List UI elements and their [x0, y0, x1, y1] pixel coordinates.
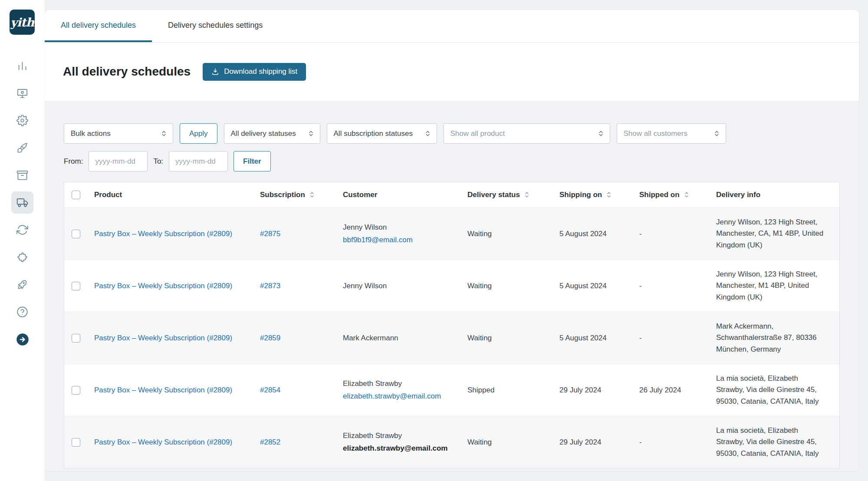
subscription-status-value: All subscription statuses	[334, 129, 413, 138]
shipped-on-date: -	[639, 333, 716, 343]
subscription-status-select[interactable]: All subscription statuses	[327, 123, 437, 144]
product-filter-select[interactable]: Show all product	[444, 123, 610, 144]
customer-filter-value: Show all customers	[624, 129, 687, 138]
customer-filter-select[interactable]: Show all customers	[617, 123, 726, 144]
to-date-input[interactable]	[169, 151, 228, 171]
chevron-updown-icon	[424, 130, 431, 137]
subscription-link[interactable]: #2859	[260, 334, 280, 342]
shipping-on-date: 5 August 2024	[559, 281, 639, 291]
to-label: To:	[153, 157, 163, 166]
tab-label: Delivery schedules settings	[168, 21, 263, 30]
chevron-updown-icon	[598, 130, 604, 137]
bulk-actions-select[interactable]: Bulk actions	[64, 123, 173, 144]
sidebar-icon-menu	[0, 55, 45, 350]
sidebar-item-help[interactable]	[11, 301, 33, 323]
delivery-status: Shipped	[467, 385, 559, 395]
filters-row-2: From: To: Filter	[64, 151, 840, 171]
customer-name: Elizabeth Strawby	[343, 431, 460, 441]
shipping-on-date: 5 August 2024	[559, 229, 639, 239]
column-label: Product	[94, 190, 122, 200]
chevron-updown-icon	[713, 130, 720, 137]
row-checkbox[interactable]	[72, 282, 80, 290]
customer-cell: Jenny Wilson	[343, 281, 467, 291]
shipping-on-date: 29 July 2024	[559, 437, 639, 448]
subscription-link[interactable]: #2852	[260, 438, 280, 446]
product-filter-value: Show all product	[450, 129, 505, 138]
delivery-status-select[interactable]: All delivery statuses	[224, 123, 320, 144]
column-header-shipped-on[interactable]: Shipped on	[639, 190, 716, 200]
subscription-link[interactable]: #2854	[260, 386, 280, 394]
sidebar-item-settings[interactable]	[11, 109, 33, 132]
sidebar-item-stats[interactable]	[11, 55, 33, 77]
row-checkbox[interactable]	[72, 438, 80, 447]
sidebar-item-extensions[interactable]	[11, 246, 33, 268]
delivery-status: Waiting	[467, 281, 559, 291]
table-row: Pastry Box – Weekly Subscription (#2809)…	[64, 364, 839, 416]
row-checkbox[interactable]	[72, 334, 80, 343]
column-label: Delivery status	[467, 190, 520, 200]
row-checkbox[interactable]	[72, 386, 80, 395]
shipped-on-date: -	[639, 437, 716, 448]
product-link[interactable]: Pastry Box – Weekly Subscription (#2809)	[94, 334, 232, 342]
sidebar-item-collapse[interactable]	[11, 328, 33, 350]
sidebar-item-customize[interactable]	[11, 137, 33, 159]
delivery-info: La mia società, Elizabeth Strawby, Via d…	[716, 364, 839, 416]
tab-all-delivery-schedules[interactable]: All delivery schedules	[45, 10, 152, 42]
sidebar-item-delivery[interactable]	[11, 191, 33, 214]
apply-button[interactable]: Apply	[180, 123, 217, 144]
customer-email-link[interactable]: elizabeth.strawby@email.com	[343, 391, 441, 402]
subscription-link[interactable]: #2873	[260, 282, 280, 290]
table-row: Pastry Box – Weekly Subscription (#2809)…	[64, 312, 839, 364]
row-checkbox[interactable]	[72, 230, 80, 238]
from-date-input[interactable]	[89, 151, 148, 171]
chevron-updown-icon	[161, 130, 167, 137]
tab-label: All delivery schedules	[61, 21, 136, 30]
customer-cell: Elizabeth Strawby elizabeth.strawby@emai…	[343, 431, 467, 454]
main-panel: All delivery schedules Delivery schedule…	[45, 10, 859, 471]
product-link[interactable]: Pastry Box – Weekly Subscription (#2809)	[94, 386, 232, 394]
bar-chart-icon	[16, 60, 28, 72]
subscription-link[interactable]: #2875	[260, 230, 280, 238]
refresh-icon	[16, 224, 28, 236]
shipping-on-date: 5 August 2024	[559, 333, 639, 343]
product-link[interactable]: Pastry Box – Weekly Subscription (#2809)	[94, 230, 232, 238]
filter-button[interactable]: Filter	[233, 151, 271, 171]
download-shipping-list-button[interactable]: Download shipping list	[203, 63, 306, 81]
delivery-status: Waiting	[467, 333, 559, 343]
column-header-delivery-status[interactable]: Delivery status	[467, 190, 559, 200]
product-link[interactable]: Pastry Box – Weekly Subscription (#2809)	[94, 282, 232, 290]
filters-row-1: Bulk actions Apply All delivery statuses…	[64, 123, 840, 144]
collapse-arrow-icon	[16, 333, 29, 346]
sidebar: yith	[0, 0, 45, 481]
yith-logo[interactable]: yith	[10, 10, 35, 35]
archive-icon	[16, 169, 28, 181]
shipping-on-date: 29 July 2024	[559, 385, 639, 395]
bulk-actions-value: Bulk actions	[71, 129, 111, 138]
select-all-checkbox[interactable]	[72, 191, 80, 199]
customer-cell: Jenny Wilson bbf9b1f9@email.com	[343, 222, 467, 245]
truck-icon	[16, 197, 28, 208]
sort-icon	[309, 191, 315, 198]
customer-email-link[interactable]: bbf9b1f9@email.com	[343, 235, 413, 245]
column-label: Shipping on	[559, 190, 602, 200]
customer-name: Elizabeth Strawby	[343, 379, 460, 389]
table-header-row: Product Subscription Customer Delivery s…	[64, 182, 839, 208]
tab-delivery-schedules-settings[interactable]: Delivery schedules settings	[152, 10, 279, 42]
puzzle-icon	[16, 251, 28, 263]
rocket-icon	[16, 279, 28, 290]
download-button-label: Download shipping list	[224, 67, 297, 76]
delivery-schedules-table: Product Subscription Customer Delivery s…	[64, 182, 840, 468]
sidebar-item-sales[interactable]	[11, 82, 33, 104]
product-link[interactable]: Pastry Box – Weekly Subscription (#2809)	[94, 438, 232, 446]
brush-icon	[16, 142, 28, 154]
tab-bar: All delivery schedules Delivery schedule…	[45, 10, 859, 43]
sidebar-item-subscriptions[interactable]	[11, 219, 33, 241]
delivery-status: Waiting	[467, 437, 559, 448]
sidebar-item-launch[interactable]	[11, 273, 33, 296]
column-header-subscription[interactable]: Subscription	[260, 190, 343, 200]
column-header-shipping-on[interactable]: Shipping on	[559, 190, 639, 200]
sidebar-item-products[interactable]	[11, 164, 33, 186]
page-title: All delivery schedules	[63, 65, 191, 79]
delivery-info: Jenny Wilson, 123 High Street, Mancheste…	[716, 208, 839, 260]
customer-email-link[interactable]: elizabeth.strawby@email.com	[343, 443, 447, 454]
